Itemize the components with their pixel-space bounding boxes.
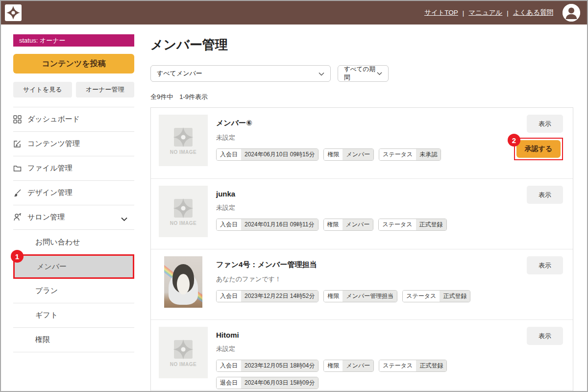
- show-button[interactable]: 表示: [527, 115, 563, 133]
- approve-annotation-box: 2 承認する: [514, 138, 563, 160]
- status-tag: ステータス正式登録: [379, 360, 447, 372]
- sidebar-item-label: ファイル管理: [27, 164, 72, 173]
- member-row: NO IMAGE Hitomi 未設定 入会日2023年12月05日 18時04…: [151, 319, 573, 390]
- member-list: NO IMAGE メンバー⑥ 未設定 入会日2024年06月10日 09時15分…: [150, 107, 573, 391]
- show-button[interactable]: 表示: [527, 327, 563, 345]
- member-tags: 入会日2023年12月22日 14時52分 権限メンバー管理担当 ステータス正式…: [216, 290, 512, 302]
- salon-icon: [13, 213, 22, 222]
- no-image-placeholder: NO IMAGE: [159, 327, 208, 378]
- sidebar-item-label: お問い合わせ: [35, 238, 80, 247]
- member-description: 未設定: [216, 133, 512, 142]
- member-actions: 表示: [512, 256, 563, 274]
- status-tag: ステータス未承認: [379, 148, 441, 161]
- member-info: メンバー⑥ 未設定 入会日2024年06月10日 09時15分 権限メンバー ス…: [216, 115, 512, 161]
- member-photo: [159, 256, 208, 308]
- result-count: 全9件中 1-9件表示: [150, 93, 573, 101]
- sidebar-item-files[interactable]: ファイル管理: [13, 156, 134, 181]
- member-tags: 入会日2024年01月16日 09時11分 権限メンバー ステータス正式登録: [216, 219, 512, 231]
- no-image-label: NO IMAGE: [170, 362, 197, 367]
- sidebar-button-row: サイトを見る オーナー管理: [13, 82, 134, 98]
- dashboard-icon: [13, 115, 22, 124]
- role-tag: 権限メンバー: [323, 219, 374, 231]
- sidebar-nav: ダッシュボード コンテンツ管理 ファイル管理: [13, 107, 134, 230]
- brush-icon: [13, 189, 22, 197]
- owner-admin-button[interactable]: オーナー管理: [76, 82, 135, 98]
- sidebar-item-label: ダッシュボード: [27, 115, 80, 124]
- join-date-tag: 入会日2023年12月22日 14時52分: [216, 290, 318, 302]
- sidebar-item-label: メンバー: [37, 262, 67, 271]
- member-name: ファン4号：メンバー管理担当: [216, 260, 512, 270]
- brand-logo-icon[interactable]: [5, 4, 22, 21]
- step-badge-1: 1: [11, 250, 24, 263]
- member-row: ファン4号：メンバー管理担当 あなたのファンです！ 入会日2023年12月22日…: [151, 249, 573, 319]
- sidebar-item-salon[interactable]: サロン管理: [13, 205, 134, 230]
- member-row: NO IMAGE junka 未設定 入会日2024年01月16日 09時11分…: [151, 178, 573, 249]
- role-tag: 権限メンバー: [323, 360, 374, 372]
- approve-button[interactable]: 承認する: [516, 140, 561, 158]
- no-image-label: NO IMAGE: [170, 220, 197, 226]
- sidebar-item-label: プラン: [35, 286, 58, 295]
- role-tag: 権限メンバー: [323, 148, 374, 161]
- no-image-logo-icon: [172, 126, 195, 148]
- filter-bar: すべてメンバー すべての期間: [150, 65, 573, 82]
- member-filter-select[interactable]: すべてメンバー: [150, 65, 331, 82]
- top-nav: サイトTOP | マニュアル | よくある質問: [424, 4, 580, 22]
- no-image-placeholder: NO IMAGE: [159, 186, 208, 237]
- member-description: あなたのファンです！: [216, 275, 512, 284]
- main-content: メンバー管理 すべてメンバー すべての期間 全9件中 1-9件表示: [142, 24, 587, 391]
- sidebar-item-plans[interactable]: プラン: [13, 279, 134, 303]
- member-row: NO IMAGE メンバー⑥ 未設定 入会日2024年06月10日 09時15分…: [151, 108, 573, 178]
- chevron-down-icon: [318, 70, 324, 77]
- link-site-top[interactable]: サイトTOP: [424, 8, 458, 17]
- sidebar-item-gifts[interactable]: ギフト: [13, 303, 134, 328]
- sidebar-subnav: お問い合わせ 1 メンバー プラン ギフト 権限: [13, 230, 134, 352]
- chevron-down-icon: [377, 70, 382, 77]
- sidebar-item-label: ギフト: [35, 311, 58, 320]
- leave-date-tag: 退会日2024年06月03日 15時09分: [216, 377, 318, 389]
- sidebar-item-contents[interactable]: コンテンツ管理: [13, 132, 134, 156]
- user-avatar-icon[interactable]: [563, 4, 580, 22]
- sidebar-item-dashboard[interactable]: ダッシュボード: [13, 107, 134, 132]
- sidebar-item-label: 権限: [35, 335, 50, 344]
- post-content-button[interactable]: コンテンツを投稿: [13, 54, 134, 74]
- period-filter-select[interactable]: すべての期間: [338, 65, 389, 82]
- sidebar-item-label: デザイン管理: [27, 188, 72, 197]
- page-title: メンバー管理: [150, 36, 573, 53]
- sidebar-item-members[interactable]: 1 メンバー: [13, 254, 134, 279]
- member-info: ファン4号：メンバー管理担当 あなたのファンです！ 入会日2023年12月22日…: [216, 256, 512, 302]
- member-row: 表示: [151, 390, 573, 391]
- member-actions: 表示: [512, 186, 563, 204]
- member-name: junka: [216, 190, 512, 198]
- nav-separator: |: [463, 9, 464, 17]
- sidebar-item-design[interactable]: デザイン管理: [13, 181, 134, 205]
- member-tags: 入会日2023年12月05日 18時04分 権限メンバー ステータス正式登録 退…: [216, 360, 512, 389]
- member-name: メンバー⑥: [216, 119, 512, 128]
- member-filter-value: すべてメンバー: [157, 69, 202, 78]
- sidebar-item-permissions[interactable]: 権限: [13, 328, 134, 352]
- member-actions: 表示 2 承認する: [512, 115, 563, 160]
- member-tags: 入会日2024年06月10日 09時15分 権限メンバー ステータス未承認: [216, 148, 512, 161]
- join-date-tag: 入会日2024年06月10日 09時15分: [216, 148, 318, 161]
- step-badge-2: 2: [508, 134, 520, 147]
- member-name: Hitomi: [216, 331, 512, 339]
- show-button[interactable]: 表示: [527, 186, 563, 204]
- sidebar: status: オーナー コンテンツを投稿 サイトを見る オーナー管理 ダッシュ…: [1, 24, 142, 391]
- no-image-label: NO IMAGE: [170, 149, 197, 155]
- no-image-placeholder: NO IMAGE: [159, 115, 208, 166]
- member-info: junka 未設定 入会日2024年01月16日 09時11分 権限メンバー ス…: [216, 186, 512, 231]
- sidebar-item-contact[interactable]: お問い合わせ: [13, 230, 134, 254]
- role-tag: 権限メンバー管理担当: [323, 290, 397, 302]
- top-bar: サイトTOP | マニュアル | よくある質問: [1, 1, 587, 24]
- status-tag: ステータス正式登録: [378, 219, 446, 231]
- link-faq[interactable]: よくある質問: [513, 8, 553, 17]
- join-date-tag: 入会日2024年01月16日 09時11分: [216, 219, 318, 231]
- view-site-button[interactable]: サイトを見る: [13, 82, 72, 98]
- no-image-logo-icon: [172, 338, 195, 361]
- sidebar-item-label: コンテンツ管理: [27, 139, 80, 148]
- link-manual[interactable]: マニュアル: [468, 8, 502, 17]
- status-badge: status: オーナー: [13, 34, 134, 47]
- edit-icon: [13, 140, 22, 148]
- chevron-down-icon[interactable]: [121, 215, 127, 223]
- period-filter-value: すべての期間: [344, 65, 377, 82]
- show-button[interactable]: 表示: [527, 256, 563, 274]
